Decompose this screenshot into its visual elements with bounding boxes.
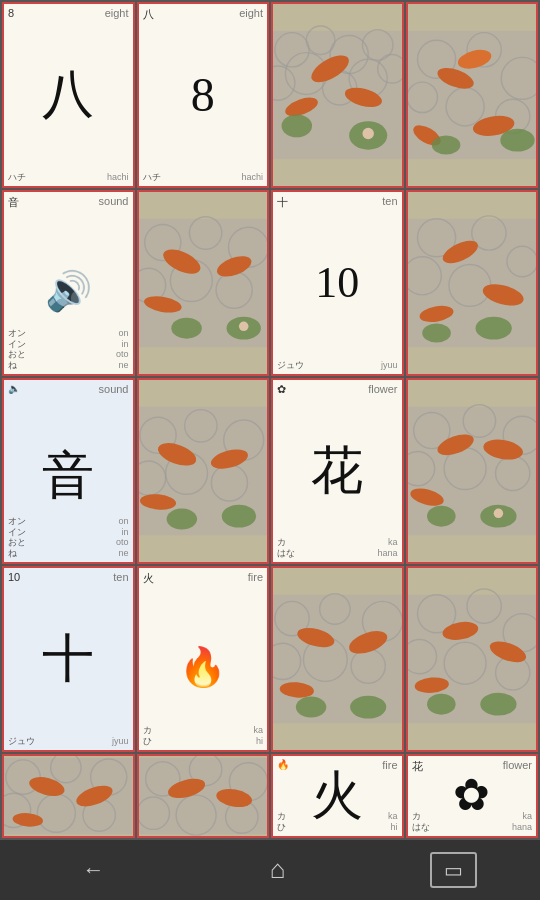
- tile-koi-5[interactable]: [137, 378, 270, 564]
- tile-tl-13: 10: [8, 571, 20, 583]
- tile-tl-20: 花: [412, 759, 423, 774]
- tile-br-2: hachi: [241, 172, 263, 183]
- tile-main-20: ✿: [453, 774, 490, 818]
- tile-br-11: kahana: [377, 537, 397, 559]
- tile-ten-2[interactable]: 10 ten 十 ジュウ jyuu: [2, 566, 135, 752]
- tile-br-7: jyuu: [381, 360, 398, 371]
- tile-koi-2[interactable]: [406, 2, 539, 188]
- tile-sound-icon[interactable]: 音 sound 🔊 オンインおとね oninotone: [2, 190, 135, 376]
- tile-bl-7: ジュウ: [277, 360, 304, 371]
- tile-koi-10[interactable]: [137, 754, 270, 838]
- tile-main-5: 🔊: [45, 272, 92, 310]
- tile-tr-13: ten: [113, 571, 128, 583]
- svg-point-100: [480, 693, 516, 716]
- tile-tr-7: ten: [382, 195, 397, 207]
- svg-point-14: [282, 114, 312, 137]
- tile-main-14: 🔥: [179, 648, 226, 686]
- svg-point-51: [475, 317, 511, 340]
- home-button[interactable]: ⌂: [250, 847, 306, 893]
- tile-koi-7[interactable]: [271, 566, 404, 752]
- tile-tr-9: sound: [99, 383, 129, 395]
- svg-point-63: [221, 505, 255, 528]
- tile-tr-14: fire: [248, 571, 263, 583]
- tile-tl-1: 8: [8, 7, 14, 19]
- tile-bl-11: カはな: [277, 537, 295, 559]
- tile-tr-20: flower: [503, 759, 532, 771]
- tile-tr-5: sound: [99, 195, 129, 207]
- svg-point-77: [493, 509, 503, 519]
- tile-koi-3[interactable]: [137, 190, 270, 376]
- tile-br-5: oninotone: [116, 328, 129, 371]
- tile-br-14: kahi: [253, 725, 263, 747]
- svg-point-101: [427, 694, 456, 715]
- tile-main-13: 十: [42, 633, 94, 685]
- tile-koi-9[interactable]: [2, 754, 135, 838]
- tile-ten-1[interactable]: 十 ten 10 ジュウ jyuu: [271, 190, 404, 376]
- tile-tl-19: 🔥: [277, 759, 289, 770]
- tile-main-1: 八: [42, 69, 94, 121]
- tile-flower-symbol[interactable]: 花 flower ✿ カはな kahana: [406, 754, 539, 838]
- tile-koi-4[interactable]: [406, 190, 539, 376]
- svg-point-89: [296, 696, 326, 717]
- tile-bl-14: カひ: [143, 725, 152, 747]
- svg-point-64: [166, 509, 196, 530]
- tile-bl-13: ジュウ: [8, 736, 35, 747]
- svg-point-15: [362, 128, 373, 139]
- nav-bar: ← ⌂ ▭: [0, 840, 540, 900]
- svg-point-88: [350, 696, 386, 719]
- tile-main-9: 音: [42, 450, 94, 502]
- tile-br-19: kahi: [388, 811, 398, 833]
- tile-br-20: kahana: [512, 811, 532, 833]
- tile-hachi-1[interactable]: 8 eight 八 ハチ hachi: [2, 2, 135, 188]
- tile-tl-7: 十: [277, 195, 288, 210]
- tile-tl-2: 八: [143, 7, 154, 22]
- back-button[interactable]: ←: [63, 849, 125, 891]
- tile-bl-5: オンインおとね: [8, 328, 26, 371]
- tile-tl-14: 火: [143, 571, 154, 586]
- tile-koi-1[interactable]: [271, 2, 404, 188]
- tile-br-1: hachi: [107, 172, 129, 183]
- tile-bl-19: カひ: [277, 811, 286, 833]
- tile-tl-11: ✿: [277, 383, 286, 396]
- tile-main-11: 花: [311, 445, 363, 497]
- tile-main-7: 10: [315, 261, 359, 305]
- tile-hachi-2[interactable]: 八 eight 8 ハチ hachi: [137, 2, 270, 188]
- tile-main-2: 8: [191, 71, 215, 119]
- recent-button[interactable]: ▭: [430, 852, 477, 888]
- tile-bl-9: オンインおとね: [8, 516, 26, 559]
- tile-bl-2: ハチ: [143, 172, 161, 183]
- svg-point-76: [427, 506, 456, 527]
- tile-koi-6[interactable]: [406, 378, 539, 564]
- tile-sound-kanji[interactable]: 🔈 sound 音 オンインおとね oninotone: [2, 378, 135, 564]
- tile-fire-1[interactable]: 火 fire 🔥 カひ kahi: [137, 566, 270, 752]
- svg-point-40: [171, 318, 201, 339]
- tile-tr-2: eight: [239, 7, 263, 19]
- tile-main-19: 火: [311, 770, 363, 822]
- tile-tl-9: 🔈: [8, 383, 20, 394]
- tile-tr-1: eight: [105, 7, 129, 19]
- tile-br-9: oninotone: [116, 516, 129, 559]
- svg-point-27: [500, 129, 534, 152]
- svg-point-52: [422, 323, 451, 342]
- tile-fire-kanji[interactable]: 🔥 fire 火 カひ kahi: [271, 754, 404, 838]
- tile-br-13: jyuu: [112, 736, 129, 747]
- tile-bl-1: ハチ: [8, 172, 26, 183]
- tile-tl-5: 音: [8, 195, 19, 210]
- svg-point-41: [238, 321, 248, 331]
- svg-point-28: [431, 135, 460, 154]
- tile-koi-8[interactable]: [406, 566, 539, 752]
- tile-tr-11: flower: [368, 383, 397, 395]
- tile-flower-1[interactable]: ✿ flower 花 カはな kahana: [271, 378, 404, 564]
- game-grid: 8 eight 八 ハチ hachi 八 eight 8 ハチ hachi: [0, 0, 540, 840]
- tile-bl-20: カはな: [412, 811, 430, 833]
- tile-tr-19: fire: [382, 759, 397, 771]
